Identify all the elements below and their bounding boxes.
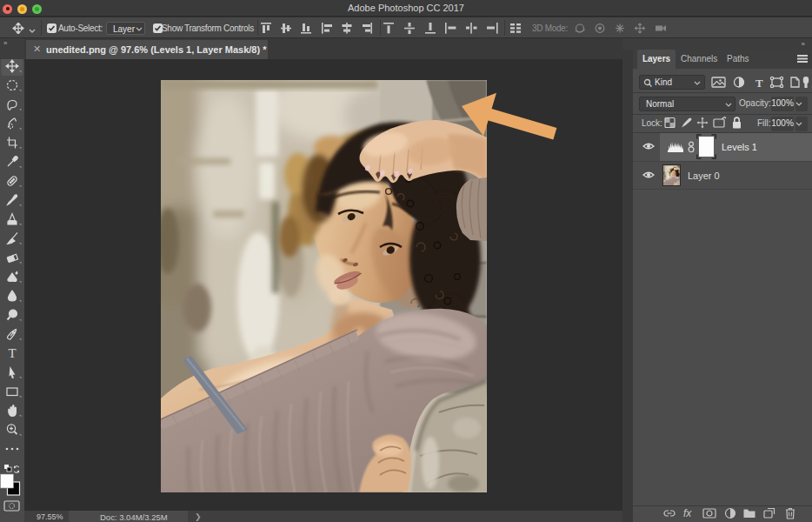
svg-text:T: T	[755, 77, 763, 90]
svg-text:T: T	[8, 346, 16, 360]
svg-text:fx: fx	[683, 507, 692, 519]
